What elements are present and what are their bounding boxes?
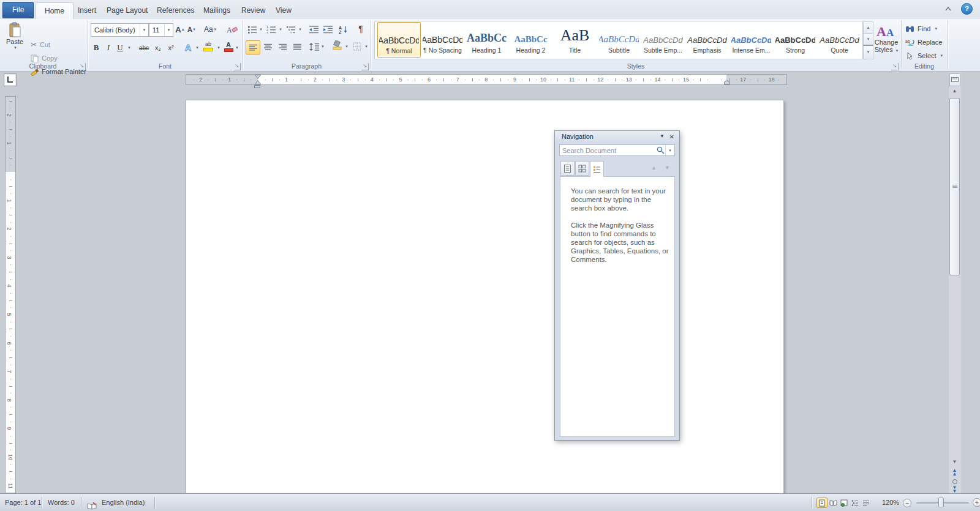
word-count-indicator[interactable]: Words: 0	[48, 494, 75, 511]
select-dropdown-icon[interactable]: ▾	[941, 53, 943, 58]
next-page-icon[interactable]: ▼▼	[949, 486, 960, 493]
zoom-out-button[interactable]: −	[903, 499, 911, 507]
navigation-results-area[interactable]: You can search for text in yourdocument …	[560, 176, 675, 437]
align-center-button[interactable]	[261, 40, 274, 53]
font-size-dropdown-icon[interactable]: ▾	[164, 24, 173, 36]
paragraph-dialog-launcher[interactable]: ↘	[361, 63, 369, 70]
navigation-pane-close-icon[interactable]: ✕	[669, 133, 674, 140]
style-h2[interactable]: AaBbCcHeading 2	[510, 22, 552, 56]
font-family-dropdown-icon[interactable]: ▾	[140, 24, 148, 36]
line-spacing-button[interactable]	[308, 40, 320, 53]
help-icon[interactable]: ?	[961, 3, 973, 15]
underline-dropdown[interactable]: ▾	[125, 42, 132, 54]
strikethrough-button[interactable]: abc	[136, 42, 152, 54]
scroll-down-icon[interactable]: ▼	[949, 459, 960, 464]
find-button[interactable]: Find ▾	[905, 23, 937, 35]
full-screen-reading-view-button[interactable]	[827, 498, 839, 508]
outline-view-button[interactable]	[850, 498, 861, 508]
align-right-button[interactable]	[276, 40, 289, 53]
justify-button[interactable]	[290, 40, 304, 53]
highlight-color-button[interactable]: ab	[202, 40, 214, 53]
bullets-dropdown[interactable]: ▾	[257, 23, 263, 35]
numbering-button[interactable]: 1. 2. 3.	[266, 23, 277, 35]
style-title[interactable]: AaBTitle	[554, 22, 596, 56]
next-result-icon[interactable]: ▼	[665, 165, 670, 171]
style-h1[interactable]: AaBbCcHeading 1	[466, 22, 508, 56]
style-emphasis[interactable]: AaBbCcDdEmphasis	[686, 22, 728, 56]
browse-headings-tab[interactable]	[560, 161, 575, 176]
shrink-font-button[interactable]: A▼	[186, 23, 197, 35]
search-input[interactable]	[560, 146, 656, 155]
navigation-pane-options-icon[interactable]: ▼	[660, 133, 665, 139]
web-layout-view-button[interactable]	[839, 498, 850, 508]
tab-file[interactable]: File	[2, 2, 34, 18]
change-case-dropdown[interactable]: ▾	[214, 27, 217, 32]
browse-results-tab[interactable]	[590, 161, 604, 177]
tab-stop-selector[interactable]	[4, 73, 17, 86]
paste-button[interactable]: Paste ▾	[4, 22, 26, 50]
italic-button[interactable]: I	[104, 42, 113, 54]
cut-button[interactable]: ✂ Cut	[31, 39, 50, 51]
hanging-indent-marker[interactable]	[255, 80, 261, 84]
font-family-combobox[interactable]: Calibri (Body) ▾	[91, 23, 149, 37]
bullets-button[interactable]	[247, 23, 258, 35]
previous-result-icon[interactable]: ▲	[651, 165, 657, 171]
style-subtle[interactable]: AaBbCcDdSubtle Emp...	[642, 22, 684, 56]
text-effects-button[interactable]: A	[183, 42, 194, 54]
line-spacing-dropdown[interactable]: ▾	[319, 40, 325, 53]
change-case-button[interactable]: Aa ▾	[202, 23, 218, 35]
style-nospacing[interactable]: AaBbCcDd¶ No Spacing	[421, 22, 464, 56]
draft-view-button[interactable]	[861, 498, 872, 508]
zoom-slider-handle[interactable]	[938, 498, 944, 507]
find-dropdown-icon[interactable]: ▾	[935, 26, 937, 31]
shading-dropdown[interactable]: ▾	[343, 40, 349, 53]
style-quote[interactable]: AaBbCcDdQuote	[818, 22, 861, 56]
browse-pages-tab[interactable]	[575, 161, 589, 176]
zoom-in-button[interactable]: +	[973, 498, 980, 507]
language-indicator[interactable]: English (India)	[102, 494, 145, 511]
font-size-combobox[interactable]: 11 ▾	[149, 23, 173, 37]
style-normal[interactable]: AaBbCcDd¶ Normal	[377, 22, 421, 58]
clear-formatting-button[interactable]: A	[225, 23, 239, 35]
style-subtitle[interactable]: AaBbCcDdSubtitle	[598, 22, 640, 56]
right-indent-marker[interactable]	[724, 80, 730, 84]
tab-view[interactable]: View	[267, 2, 300, 18]
select-button[interactable]: Select ▾	[905, 50, 943, 62]
scroll-up-icon[interactable]: ▲	[949, 88, 960, 94]
minimize-ribbon-icon[interactable]	[944, 6, 952, 12]
increase-indent-button[interactable]	[322, 23, 334, 35]
decrease-indent-button[interactable]	[307, 23, 320, 35]
horizontal-ruler[interactable]: 211234567891011121314151718	[186, 74, 787, 85]
page-number-indicator[interactable]: Page: 1 of 1	[5, 494, 41, 511]
document-page[interactable]	[186, 100, 784, 494]
zoom-level-indicator[interactable]: 120%	[882, 494, 899, 511]
multilevel-list-button[interactable]	[285, 23, 296, 35]
borders-dropdown[interactable]: ▾	[363, 40, 369, 53]
highlight-dropdown[interactable]: ▾	[215, 42, 221, 54]
superscript-button[interactable]: x²	[165, 42, 177, 54]
multilevel-list-dropdown[interactable]: ▾	[296, 23, 303, 35]
underline-button[interactable]: U	[115, 42, 125, 54]
sort-button[interactable]: A Z	[337, 23, 349, 35]
paste-dropdown[interactable]: ▾	[14, 45, 17, 50]
styles-dialog-launcher[interactable]: ↘	[891, 63, 899, 70]
font-color-button[interactable]: A	[223, 40, 234, 53]
previous-page-icon[interactable]: ▲▲	[949, 469, 960, 476]
search-icon[interactable]	[656, 146, 665, 155]
align-left-button[interactable]	[246, 40, 260, 54]
replace-button[interactable]: ab ac Replace	[905, 36, 942, 48]
borders-button[interactable]	[351, 40, 363, 53]
tab-home[interactable]: Home	[36, 2, 74, 19]
grow-font-button[interactable]: A▲	[175, 23, 186, 35]
font-dialog-launcher[interactable]: ↘	[233, 63, 241, 70]
font-color-dropdown[interactable]: ▾	[233, 42, 239, 54]
search-options-dropdown[interactable]: ▾	[665, 145, 674, 155]
vertical-ruler[interactable]: 211234567891011	[5, 96, 16, 493]
shading-button[interactable]	[331, 39, 343, 51]
subscript-button[interactable]: x₂	[152, 42, 164, 54]
style-strong[interactable]: AaBbCcDdStrong	[774, 22, 816, 56]
change-styles-button[interactable]: A A Change Styles ▾	[872, 23, 900, 53]
numbering-dropdown[interactable]: ▾	[277, 23, 283, 35]
ruler-toggle-button[interactable]	[949, 73, 960, 86]
left-indent-marker[interactable]	[254, 85, 260, 88]
